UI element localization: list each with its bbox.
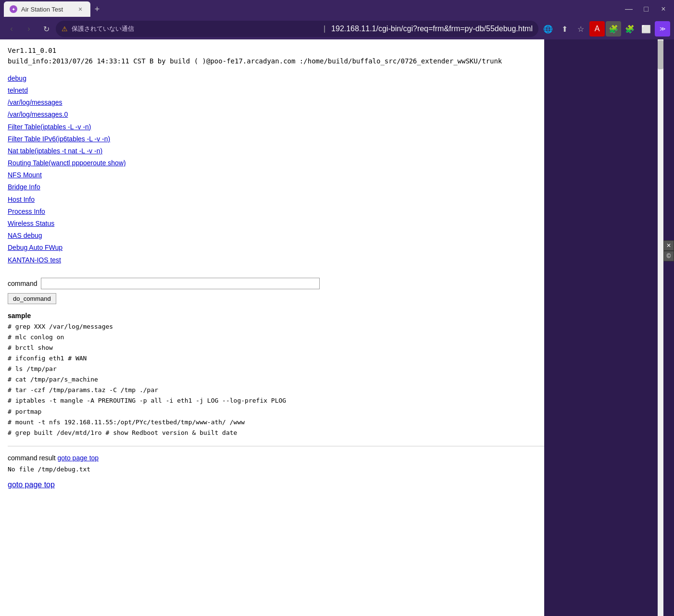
window-minimize-button[interactable]: — [622, 2, 636, 16]
title-bar: ✦ Air Station Test × + — □ × [0, 0, 674, 18]
link-nfs-mount[interactable]: NFS Mount [8, 169, 544, 181]
new-tab-button[interactable]: + [90, 2, 104, 16]
result-label: command result [8, 454, 56, 462]
extension-puzzle-button[interactable]: 🧩 [622, 21, 637, 37]
browser-container: Ver1.11_0.01 build_info:2013/07/26 14:33… [0, 39, 674, 616]
scrollbar-thumb[interactable] [658, 40, 663, 69]
nav-bar: ‹ › ↻ ⚠ 保護されていない通信 | 192.168.11.1/cgi-bi… [0, 18, 674, 39]
command-section: command do_command [8, 278, 544, 304]
bottom-goto-section: goto page top [8, 480, 544, 489]
tab-close-button[interactable]: × [76, 5, 85, 13]
link-nat-table[interactable]: Nat table(iptables -t nat -L -v -n) [8, 145, 544, 157]
sample-line-8: # iptables -t mangle -A PREROUTING -p al… [8, 395, 544, 406]
command-row: command [8, 278, 544, 289]
sample-line-1: # grep XXX /var/log/messages [8, 321, 544, 332]
link-nas-debug[interactable]: NAS debug [8, 230, 544, 242]
link-debug-auto-fwup[interactable]: Debug Auto FWup [8, 242, 544, 254]
command-label: command [8, 280, 37, 287]
browser-tab[interactable]: ✦ Air Station Test × [4, 1, 90, 17]
tab-favicon: ✦ [10, 5, 17, 13]
result-section: command result goto page top No file /tm… [8, 454, 544, 473]
version-line: Ver1.11_0.01 [8, 45, 544, 56]
link-wireless-status[interactable]: Wireless Status [8, 218, 544, 230]
sample-section: sample # grep XXX /var/log/messages # ml… [8, 312, 544, 438]
result-output: No file /tmp/debug.txt [8, 466, 544, 473]
tab-title: Air Station Test [21, 6, 72, 13]
link-debug[interactable]: debug [8, 73, 544, 85]
divider [8, 446, 544, 446]
security-warning-icon: ⚠ [62, 25, 68, 33]
link-process-info[interactable]: Process Info [8, 206, 544, 218]
sample-line-4: # ifconfig eth1 # WAN [8, 353, 544, 364]
extension-red-button[interactable]: A [589, 21, 605, 37]
sample-line-9: # portmap [8, 407, 544, 417]
link-var-log-messages-0[interactable]: /var/log/messages.0 [8, 109, 544, 121]
sample-line-6: # cat /tmp/par/s_machine [8, 374, 544, 385]
right-sidebar-btn-1[interactable]: ✕ [663, 240, 674, 251]
link-bridge-info[interactable]: Bridge Info [8, 181, 544, 193]
window-maximize-button[interactable]: □ [639, 2, 653, 16]
forward-button[interactable]: › [21, 21, 37, 37]
sample-line-3: # brctl show [8, 343, 544, 353]
right-sidebar-buttons: ✕ © [663, 240, 674, 261]
sample-code: # grep XXX /var/log/messages # mlc conlo… [8, 321, 544, 438]
tab-area: ✦ Air Station Test × + [4, 1, 618, 17]
share-button[interactable]: ⬆ [557, 21, 572, 37]
sample-title: sample [8, 312, 544, 320]
link-kantan-ios-test[interactable]: KANTAN-IOS test [8, 254, 544, 266]
address-bar[interactable]: ⚠ 保護されていない通信 | 192.168.11.1/cgi-bin/cgi?… [56, 21, 538, 37]
scrollbar-track[interactable] [658, 39, 663, 616]
extension-purple-button[interactable]: ≫ [655, 21, 670, 37]
goto-page-top-link-bottom[interactable]: goto page top [8, 480, 55, 489]
command-input[interactable] [41, 278, 320, 289]
link-host-info[interactable]: Host Info [8, 194, 544, 206]
sample-line-5: # ls /tmp/par [8, 364, 544, 374]
right-sidebar-btn-2[interactable]: © [663, 251, 674, 261]
content-area: Ver1.11_0.01 build_info:2013/07/26 14:33… [0, 39, 544, 616]
window-close-button[interactable]: × [657, 2, 670, 16]
link-routing-table[interactable]: Routing Table(wanctl pppoeroute show) [8, 157, 544, 169]
address-url: 192.168.11.1/cgi-bin/cgi?req=frm&frm=py-… [331, 25, 533, 33]
address-prefix: 保護されていない通信 [72, 25, 318, 33]
refresh-button[interactable]: ↻ [38, 21, 54, 37]
do-command-button[interactable]: do_command [8, 293, 56, 304]
link-filter-table-ipv6[interactable]: Filter Table IPv6(ip6tables -L -v -n) [8, 133, 544, 145]
link-var-log-messages[interactable]: /var/log/messages [8, 97, 544, 109]
goto-page-top-link[interactable]: goto page top [57, 454, 99, 462]
links-section: debug telnetd /var/log/messages /var/log… [8, 73, 544, 266]
sidebar-toggle-button[interactable]: ⬜ [638, 21, 654, 37]
sample-line-2: # mlc conlog on [8, 332, 544, 343]
nav-actions: 🌐 ⬆ ☆ A 🧩 🧩 ⬜ ≫ [540, 21, 670, 37]
version-info: Ver1.11_0.01 build_info:2013/07/26 14:33… [8, 45, 544, 67]
translate-button[interactable]: 🌐 [540, 21, 556, 37]
window-controls: — □ × [622, 2, 670, 16]
link-filter-table-iptables[interactable]: Filter Table(iptables -L -v -n) [8, 121, 544, 133]
back-button[interactable]: ‹ [4, 21, 19, 37]
build-info-line: build_info:2013/07/26 14:33:11 CST B by … [8, 56, 544, 66]
page-content: Ver1.11_0.01 build_info:2013/07/26 14:33… [8, 45, 544, 489]
extension-gray-button[interactable]: 🧩 [606, 21, 621, 37]
address-separator: | [324, 25, 325, 33]
link-telnetd[interactable]: telnetd [8, 85, 544, 97]
sample-line-10: # mount -t nfs 192.168.11.55:/opt/PYc/te… [8, 417, 544, 428]
sample-line-7: # tar -czf /tmp/params.taz -C /tmp ./par [8, 385, 544, 395]
sample-line-11: # grep built /dev/mtd/1ro # show Redboot… [8, 428, 544, 438]
bookmark-button[interactable]: ☆ [573, 21, 588, 37]
